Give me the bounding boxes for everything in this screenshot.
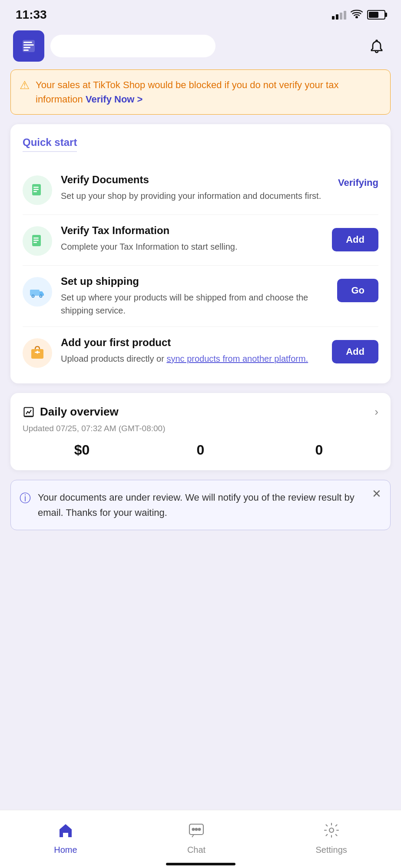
shipping-title: Set up shipping	[61, 275, 328, 287]
svg-rect-12	[33, 240, 39, 241]
product-action[interactable]: Add	[332, 340, 378, 363]
nav-home[interactable]: Home	[54, 819, 77, 855]
verify-tax-title: Verify Tax Information	[61, 224, 323, 237]
chat-label: Chat	[187, 845, 205, 855]
info-icon: ⓘ	[20, 491, 31, 506]
daily-overview-card: Daily overview › Updated 07/25, 07:32 AM…	[10, 393, 391, 470]
verify-documents-content: Verify Documents Set up your shop by pro…	[61, 174, 329, 202]
svg-rect-8	[33, 189, 39, 190]
svg-rect-7	[33, 187, 39, 188]
svg-rect-13	[33, 242, 37, 243]
svg-rect-4	[23, 47, 30, 48]
daily-stats: $0 0 0	[23, 442, 378, 458]
product-content: Add your first product Upload products d…	[61, 337, 323, 365]
chevron-right-icon: ›	[374, 405, 378, 419]
daily-overview-header[interactable]: Daily overview ›	[23, 405, 378, 419]
review-close-button[interactable]: ✕	[372, 487, 381, 501]
verify-tax-content: Verify Tax Information Complete your Tax…	[61, 224, 323, 253]
svg-rect-5	[23, 50, 29, 51]
svg-rect-9	[33, 191, 37, 192]
verifying-status: Verifying	[338, 177, 378, 188]
battery-icon	[367, 10, 385, 20]
review-text: Your documents are under review. We will…	[38, 490, 381, 520]
quick-item-shipping: Set up shipping Set up where your produc…	[23, 266, 378, 327]
review-banner: ⓘ Your documents are under review. We wi…	[10, 480, 391, 530]
stat-visitors-value: 0	[260, 442, 378, 458]
stat-revenue-value: $0	[23, 442, 141, 458]
stat-orders: 0	[141, 442, 260, 458]
verify-tax-desc: Complete your Tax Information to start s…	[61, 240, 323, 253]
warning-banner: ⚠ Your sales at TikTok Shop would be blo…	[10, 69, 391, 115]
home-icon	[54, 819, 77, 842]
daily-updated: Updated 07/25, 07:32 AM (GMT-08:00)	[23, 424, 378, 433]
bottom-nav: Home Chat Settings	[0, 810, 401, 868]
svg-point-18	[40, 296, 42, 297]
shipping-go-button[interactable]: Go	[337, 279, 378, 302]
svg-rect-14	[30, 290, 40, 296]
stat-orders-value: 0	[141, 442, 260, 458]
verify-documents-action: Verifying	[338, 177, 378, 188]
shipping-icon	[23, 277, 52, 307]
svg-point-25	[192, 828, 195, 831]
signal-icon	[332, 10, 346, 20]
status-time: 11:33	[16, 8, 47, 22]
svg-point-26	[196, 828, 198, 831]
shipping-action[interactable]: Go	[337, 279, 378, 302]
shipping-desc: Set up where your products will be shipp…	[61, 291, 328, 317]
settings-icon	[320, 819, 343, 842]
home-indicator	[166, 863, 235, 865]
verify-documents-icon	[23, 175, 52, 205]
stat-visitors: 0	[260, 442, 378, 458]
search-bar[interactable]	[50, 35, 215, 57]
verify-now-link[interactable]: Verify Now >	[86, 94, 143, 105]
status-bar: 11:33	[0, 0, 401, 26]
product-desc: Upload products directly or sync product…	[61, 352, 323, 365]
daily-overview-title: Daily overview	[23, 405, 119, 419]
verify-tax-icon	[23, 226, 52, 256]
svg-rect-19	[31, 349, 43, 359]
notification-bell[interactable]	[365, 35, 388, 57]
verify-documents-desc: Set up your shop by providing your infor…	[61, 189, 329, 202]
bell-icon	[369, 38, 384, 54]
logo-icon	[20, 37, 37, 55]
quick-item-verify-documents: Verify Documents Set up your shop by pro…	[23, 164, 378, 215]
warning-icon: ⚠	[20, 79, 30, 92]
header	[0, 26, 401, 69]
quick-item-product: Add your first product Upload products d…	[23, 327, 378, 368]
shipping-content: Set up shipping Set up where your produc…	[61, 275, 328, 317]
warning-text: Your sales at TikTok Shop would be block…	[36, 78, 381, 106]
svg-rect-11	[33, 238, 39, 239]
status-icons	[332, 9, 385, 21]
nav-chat[interactable]: Chat	[185, 819, 208, 855]
svg-rect-21	[36, 351, 38, 354]
settings-label: Settings	[315, 845, 347, 855]
svg-rect-2	[23, 42, 32, 43]
svg-rect-3	[23, 44, 34, 46]
quick-start-card: Quick start Verify Documents Set up your…	[10, 124, 391, 383]
product-icon	[23, 338, 52, 368]
nav-settings[interactable]: Settings	[315, 819, 347, 855]
svg-point-27	[199, 828, 201, 831]
verify-tax-add-button[interactable]: Add	[332, 228, 378, 251]
quick-item-verify-tax: Verify Tax Information Complete your Tax…	[23, 215, 378, 266]
header-left	[13, 30, 215, 62]
logo-box	[13, 30, 44, 62]
verify-documents-title: Verify Documents	[61, 174, 329, 186]
verify-tax-action[interactable]: Add	[332, 228, 378, 251]
stat-revenue: $0	[23, 442, 141, 458]
home-label: Home	[54, 845, 77, 855]
wifi-icon	[351, 9, 363, 21]
product-add-button[interactable]: Add	[332, 340, 378, 363]
quick-start-label: Quick start	[23, 136, 77, 152]
sync-products-link[interactable]: sync products from another platform.	[166, 354, 308, 363]
product-title: Add your first product	[61, 337, 323, 349]
chat-icon	[185, 819, 208, 842]
svg-point-0	[356, 17, 358, 18]
chart-icon	[23, 406, 35, 418]
svg-point-28	[329, 828, 334, 832]
svg-point-17	[33, 296, 34, 297]
